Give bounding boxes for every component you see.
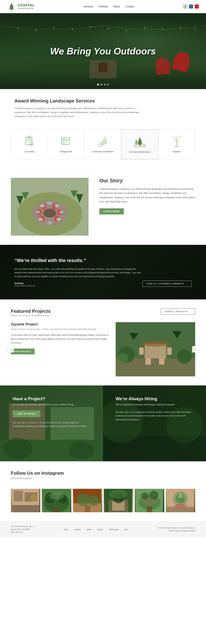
testimonial-section: “We’re thrilled with the results.” We ar… [0,245,206,300]
fire-pit [98,63,108,72]
svg-rect-86 [167,348,172,355]
view-all-arrow: → [189,310,191,312]
string-lights-svg [0,24,206,35]
instagram-img-5[interactable] [134,489,164,512]
learn-more-button[interactable]: LEARN MORE [100,208,124,214]
get-in-touch-button[interactable]: GET IN TOUCH [13,410,40,417]
svg-point-74 [40,204,45,207]
footer-nav-jobs[interactable]: jobs [124,528,128,530]
hero-title: We Bring You Outdoors [50,46,156,56]
project-subtitle: Water feature, cement patio, cement and … [11,328,108,330]
service-landscape[interactable]: Landscape Installation [84,130,121,159]
service-consulting[interactable]: Consulting [11,130,48,159]
facebook-icon[interactable]: f [189,4,193,8]
story-body: Coastal Evergreen Company is an award wi… [100,187,195,204]
carousel-prev[interactable]: ‹ [8,346,14,352]
logo[interactable]: COASTAL EVERGREEN [7,2,34,11]
nav-contact[interactable]: Contact [126,5,134,8]
insta-img-1-svg [11,489,40,512]
nav-about[interactable]: About [113,5,120,8]
svg-rect-45 [136,143,136,144]
featured-header-text: Featured Projects Check out some of our … [11,308,50,317]
landscape-icon [96,136,109,148]
testimonial-btn-label: VIEW ALL CUSTOMER COMMENTS [146,282,184,285]
view-all-projects-button[interactable]: VIEW ALL PROJECTS → [161,308,195,314]
hiring-subtitle: We’re a growing company and always looki… [116,403,193,406]
svg-point-98 [4,438,32,460]
instagram-section: Follow Us on Instagram @CoastalEvergreen [0,461,206,521]
testimonial-quote: “We’re thrilled with the results.” [14,258,192,264]
hire-content: Have a Project? Let us help you find the… [13,396,90,428]
svg-marker-44 [135,141,138,143]
hiring-right: We’re Always Hiring We’re a growing comp… [103,386,206,461]
project-title: Zayante Project [11,322,108,326]
hero-dot-1[interactable] [97,84,99,86]
featured-header: Featured Projects Check out some of our … [11,308,195,317]
hero-dot-2[interactable] [100,84,102,86]
svg-line-35 [106,141,107,144]
insta-img-6-svg [166,489,195,512]
service-irrigation[interactable]: Irrigation [158,130,195,159]
svg-point-99 [69,442,94,460]
story-image-svg [11,178,88,236]
instagram-img-3[interactable] [73,489,102,512]
footer-nav-testimonials[interactable]: testimonials [109,528,118,530]
svg-point-80 [47,221,52,225]
instagram-img-2[interactable] [42,489,71,512]
testimonial-btn-arrow: → [186,282,188,285]
svg-point-11 [72,29,73,30]
svg-rect-107 [12,505,39,512]
svg-rect-32 [65,142,68,142]
carousel-next[interactable]: › [192,346,198,352]
story-heading: Our Story [100,178,195,184]
svg-line-37 [103,137,105,142]
svg-point-62 [43,208,56,218]
svg-point-53 [172,136,172,137]
project-image [116,322,195,376]
view-all-comments-button[interactable]: VIEW ALL CUSTOMER COMMENTS → [142,280,192,287]
footer-right: ©2017 All Rights Reserved Coastal Evergr… [158,526,195,532]
footer-city: Scotts Valley, CA 95066 [11,528,34,531]
instagram-img-4[interactable] [104,489,133,512]
design-build-label: Design Build [60,150,72,153]
svg-rect-113 [54,507,59,512]
landscape-label: Landscape Installation [92,150,114,153]
yelp-icon[interactable]: ★ [195,4,199,8]
insta-img-2-svg [42,489,71,512]
footer-copyright: ©2017 All Rights Reserved Coastal Evergr… [158,526,195,530]
hero-section: We Bring You Outdoors [0,13,206,89]
nav-portfolio[interactable]: Portfolio [99,5,108,8]
split-section: Have a Project? Let us help you find the… [0,386,206,461]
svg-rect-130 [147,507,152,512]
project-info: Zayante Project Water feature, cement pa… [11,322,108,354]
svg-point-56 [179,136,180,137]
service-grounds[interactable]: Grounds Maintenance [121,130,158,159]
project-carousel: ‹ Zayante Project Water feature, cement … [11,322,195,376]
svg-rect-4 [13,9,15,10]
svg-point-54 [174,136,175,137]
featured-projects-section: Featured Projects Check out some of our … [0,300,206,386]
logo-text-block: COASTAL EVERGREEN [18,4,34,10]
instagram-icon[interactable] [183,4,187,8]
insta-img-4-svg [104,489,133,512]
irrigation-icon [170,136,183,148]
footer-nav-about[interactable]: about [87,528,91,530]
footer-nav-services[interactable]: services [74,528,81,530]
nav-services[interactable]: Services [84,5,93,8]
view-project-button[interactable]: VIEW PROJECT [11,348,34,354]
hero-dot-4[interactable] [107,84,109,86]
svg-rect-33 [62,142,64,144]
instagram-img-1[interactable] [11,489,40,512]
hero-dot-3[interactable] [104,84,106,86]
svg-point-16 [162,29,163,30]
svg-point-10 [54,27,55,28]
svg-point-77 [59,211,64,214]
instagram-img-6[interactable] [166,489,195,512]
footer-nav-home[interactable]: home [64,528,68,530]
footer-nav-sep-3: | [94,528,94,530]
project-card: Zayante Project Water feature, cement pa… [11,322,195,376]
patio-table [90,60,116,78]
footer-nav-contact[interactable]: contact [97,528,103,530]
featured-subtitle: Check out some of our previous work [11,314,50,317]
service-design-build[interactable]: Design Build [48,130,84,159]
